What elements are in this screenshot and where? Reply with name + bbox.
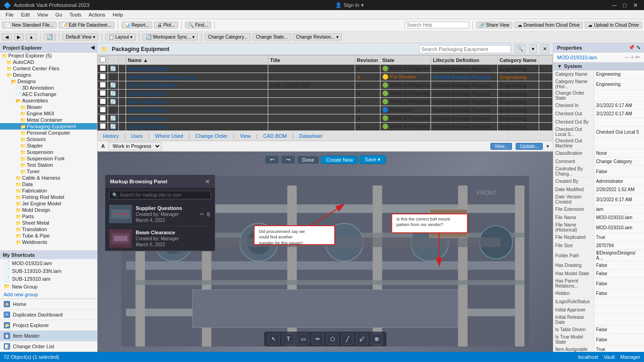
- folder-search-input[interactable]: [419, 45, 511, 53]
- col-name[interactable]: Name ▲: [126, 56, 268, 65]
- tree-content-center[interactable]: 📁 Content Center Files: [0, 65, 97, 72]
- row-name[interactable]: SUB-169310.iam: [126, 123, 268, 131]
- plot-button[interactable]: 🖨 Plot...: [154, 22, 178, 28]
- system-section-header[interactable]: ▼ System: [553, 62, 644, 70]
- shortcut-sub129310[interactable]: 📄 SUB-129310.iam: [0, 275, 97, 283]
- tree-suspension[interactable]: 📁 Suspension: [0, 149, 97, 155]
- close-button[interactable]: ✕: [631, 2, 640, 9]
- undo-button[interactable]: ↩: [265, 155, 279, 164]
- file-row-2[interactable]: 🔄 SUB-119310-33N.iam SUB-119310-33N A 🟢 …: [98, 81, 553, 90]
- tree-sheet-metal[interactable]: 📁 Sheet Metal: [0, 220, 97, 226]
- col-revision[interactable]: Revision: [355, 56, 380, 65]
- markup-item-supplier-questions[interactable]: Supplier Questions Created by: Manager M…: [105, 202, 215, 226]
- tree-engine-mkii[interactable]: 📁 Engine MKII: [0, 110, 97, 117]
- menu-view[interactable]: View: [34, 12, 52, 17]
- nav-project-explorer[interactable]: 📁 Project Explorer: [0, 320, 97, 331]
- close-panel-button[interactable]: ✕: [540, 45, 549, 53]
- search-button[interactable]: 🔍: [515, 45, 526, 53]
- markup-search-input[interactable]: [120, 192, 189, 198]
- col-category[interactable]: Category Name: [498, 56, 539, 65]
- tree-root[interactable]: 📁 Project Explorer (5): [0, 52, 97, 59]
- file-row-1[interactable]: MOD-019310_Substitute_1.ipt A 🟡 For Revi…: [98, 73, 553, 81]
- tree-stapler[interactable]: 📁 Stapler: [0, 142, 97, 149]
- tree-fishing-rod[interactable]: 📁 Fishing Rod Model: [0, 194, 97, 200]
- upload-cloud-button[interactable]: ☁ Upload to Cloud Drive: [585, 22, 642, 28]
- new-standard-file-button[interactable]: 📄 New Standard File...: [2, 22, 57, 28]
- save-button[interactable]: Save ▾: [360, 155, 385, 164]
- tree-designs[interactable]: 📁 Designs: [0, 72, 97, 78]
- change-revision-button[interactable]: Change Revision... ▾: [293, 34, 341, 40]
- row-check[interactable]: [98, 123, 108, 131]
- add-new-group-link[interactable]: Add new group: [0, 290, 97, 299]
- nav-change-order-list[interactable]: 📝 Change Order List: [0, 341, 97, 352]
- default-view-button[interactable]: Default View ▾: [63, 34, 98, 40]
- pointer-tool-button[interactable]: ↖: [268, 334, 280, 345]
- tree-assemblies[interactable]: 📂 Assemblies: [0, 97, 97, 104]
- tree-suspension-fork[interactable]: 📁 Suspension Fork: [0, 155, 97, 162]
- state-select[interactable]: Work in Progress For Review Released: [109, 142, 161, 150]
- menu-tools[interactable]: Tools: [66, 12, 85, 17]
- tree-designs2[interactable]: 📂 Designs: [0, 78, 97, 85]
- row-check[interactable]: [98, 98, 108, 106]
- nav-forward-button[interactable]: ▶: [14, 34, 24, 40]
- update-button[interactable]: Update...: [516, 143, 543, 150]
- search-help-input[interactable]: [405, 22, 469, 28]
- menu-edit[interactable]: Edit: [17, 12, 34, 17]
- sign-in-label[interactable]: Sign In: [344, 2, 359, 8]
- col-title[interactable]: Title: [268, 56, 355, 65]
- menu-go[interactable]: Go: [52, 12, 66, 17]
- tree-3d-annotation[interactable]: 📄 3D Annotation: [0, 85, 97, 91]
- text-tool-button[interactable]: T: [282, 334, 294, 345]
- row-name[interactable]: SUB-149310.iam: [126, 106, 268, 114]
- row-name[interactable]: SUB-119310-33N.iam: [126, 81, 268, 90]
- col-state[interactable]: State: [380, 56, 431, 65]
- menu-help[interactable]: Help: [109, 12, 127, 17]
- edit-file-datasheet-button[interactable]: 📝 Edit File Datasheet...: [58, 22, 115, 28]
- delete-markup-icon[interactable]: 🗑: [206, 211, 211, 217]
- row-name[interactable]: MOD-019310_Substitute_1.ipt: [126, 73, 268, 81]
- nav-duplicates[interactable]: ⧉ Duplicates Dashboard: [0, 310, 97, 320]
- shape-tool-button[interactable]: ⬡: [327, 334, 339, 345]
- report-button[interactable]: 📊 Report...: [121, 22, 152, 28]
- minimize-button[interactable]: ─: [610, 2, 619, 9]
- tree-cable-harness[interactable]: 📁 Cable & Harness: [0, 175, 97, 181]
- redo-button[interactable]: ↪: [281, 155, 295, 164]
- file-row-6[interactable]: 🔄 SUB-159310.iam A 🟢 Work in Progress Fl…: [98, 114, 553, 123]
- tab-datasheet[interactable]: Datasheet: [295, 132, 326, 140]
- share-view-button[interactable]: 🔗 Share View: [476, 22, 513, 28]
- file-row-7[interactable]: 🔄 SUB-169310.iam A 🟢 Work in Progress Fl…: [98, 123, 553, 131]
- file-row-0[interactable]: 🔄 MOD-019310.iam A 🟢 Work in Progress Fl…: [98, 65, 553, 73]
- collapse-button[interactable]: ◀: [91, 45, 94, 51]
- tab-view[interactable]: View: [236, 132, 255, 140]
- change-state-button[interactable]: Change State...: [253, 34, 291, 40]
- row-check[interactable]: [98, 81, 108, 90]
- create-new-button[interactable]: Create New: [321, 156, 358, 164]
- tab-change-order[interactable]: Change Order: [192, 132, 231, 140]
- tree-metal-container[interactable]: 📁 Metal Container: [0, 117, 97, 123]
- row-check[interactable]: [98, 90, 108, 98]
- row-check[interactable]: [98, 73, 108, 81]
- maximize-button[interactable]: □: [621, 2, 629, 9]
- shortcut-mod019310[interactable]: 📄 MOD-019310.iam: [0, 259, 97, 267]
- plus-button[interactable]: +: [630, 54, 634, 61]
- workspace-sync-button[interactable]: 🔄 Workspace Sync... ▾: [143, 34, 198, 40]
- tree-data[interactable]: 📁 Data: [0, 181, 97, 187]
- tree-parts[interactable]: 📁 Parts: [0, 213, 97, 220]
- tree-fabrication[interactable]: 📁 Fabrication: [0, 187, 97, 194]
- row-name[interactable]: SUB-129310.iam: [126, 90, 268, 98]
- row-check[interactable]: [98, 106, 108, 114]
- freehand-tool-button[interactable]: ✏: [312, 334, 324, 345]
- layout-button[interactable]: 📋 Layout ▾: [105, 34, 136, 40]
- file-row-5[interactable]: SUB-149310.iam A 🔵 Released Flexible Rel…: [98, 106, 553, 114]
- nav-back-button[interactable]: ◀: [2, 34, 12, 40]
- select-all-checkbox[interactable]: [100, 57, 106, 62]
- tree-test-station[interactable]: 📁 Test Station: [0, 162, 97, 168]
- row-name[interactable]: MOD-019310.iam: [126, 65, 268, 73]
- view-button[interactable]: View...: [490, 143, 512, 150]
- close-markup-panel-button[interactable]: ✕: [205, 178, 210, 185]
- tree-aec-exchange[interactable]: 📄 AEC Exchange: [0, 91, 97, 97]
- edit-markup-icon[interactable]: ✏: [200, 211, 204, 217]
- pen-tool-button[interactable]: 🖊: [356, 334, 368, 345]
- edit-properties-button[interactable]: ✏: [635, 54, 640, 61]
- row-check[interactable]: [98, 65, 108, 73]
